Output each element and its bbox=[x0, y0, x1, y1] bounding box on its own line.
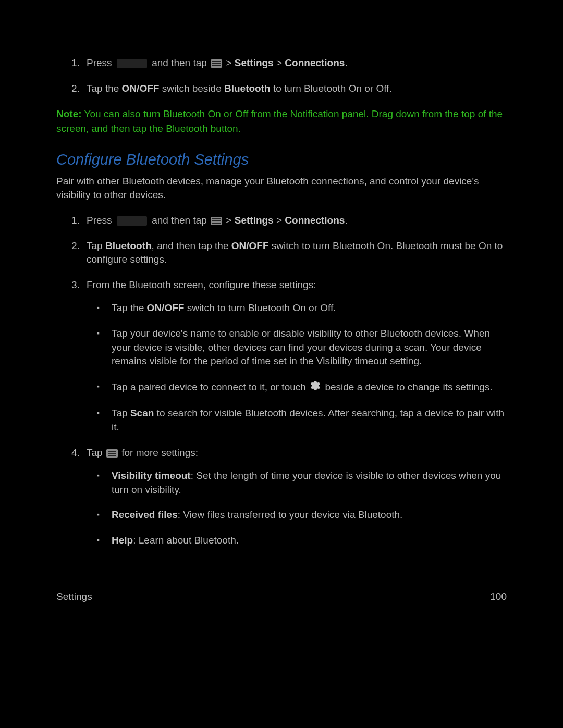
svg-rect-11 bbox=[108, 455, 116, 456]
gear-icon bbox=[310, 380, 321, 396]
text-pre: Tap bbox=[87, 447, 105, 458]
section-heading: Configure Bluetooth Settings bbox=[56, 149, 507, 170]
menu-icon bbox=[211, 217, 222, 225]
svg-rect-6 bbox=[212, 220, 221, 221]
text-post: to turn Bluetooth On or Off. bbox=[271, 83, 392, 94]
intro-paragraph: Pair with other Bluetooth devices, manag… bbox=[56, 175, 507, 202]
text-period: . bbox=[345, 57, 347, 68]
step-4: Tap for more settings: Visibility timeou… bbox=[82, 446, 507, 548]
main-ordered-list: Press and then tap > Settings > Connecti… bbox=[56, 214, 507, 548]
step-3-sub-3: Tap a paired device to connect to it, or… bbox=[106, 380, 507, 396]
text-period: . bbox=[345, 215, 347, 226]
page-content: Press and then tap > Settings > Connecti… bbox=[0, 0, 563, 548]
step-4-sub-3: Help: Learn about Bluetooth. bbox=[106, 534, 507, 548]
svg-rect-10 bbox=[108, 453, 116, 454]
text-pre: Tap the bbox=[87, 83, 122, 94]
home-button-icon bbox=[117, 216, 147, 226]
text-post: for more settings: bbox=[119, 447, 198, 458]
svg-rect-5 bbox=[212, 218, 221, 219]
svg-rect-7 bbox=[212, 223, 221, 224]
svg-rect-9 bbox=[108, 451, 116, 452]
step-3: From the Bluetooth screen, configure the… bbox=[82, 278, 507, 435]
step-4-sublist: Visibility timeout: Set the length of ti… bbox=[87, 469, 507, 547]
step-3-sub-4: Tap Scan to search for visible Bluetooth… bbox=[106, 406, 507, 434]
text-pre: Tap the bbox=[112, 302, 147, 313]
text-and-tap: and then tap bbox=[149, 57, 210, 68]
menu-icon bbox=[106, 449, 118, 458]
text-settings: Settings bbox=[235, 57, 274, 68]
svg-rect-1 bbox=[212, 61, 221, 62]
step-4-sub-1: Visibility timeout: Set the length of ti… bbox=[106, 469, 507, 497]
text-settings: Settings bbox=[235, 215, 274, 226]
text: : Learn about Bluetooth. bbox=[133, 535, 239, 546]
text-gt1: > bbox=[223, 57, 235, 68]
top-step-2: Tap the ON/OFF switch beside Bluetooth t… bbox=[82, 82, 507, 96]
text-gt2: > bbox=[274, 215, 285, 226]
note-text: You can also turn Bluetooth On or Off fr… bbox=[56, 108, 503, 134]
step-3-sublist: Tap the ON/OFF switch to turn Bluetooth … bbox=[87, 301, 507, 434]
note-label: Note: bbox=[56, 108, 82, 119]
text-connections: Connections bbox=[285, 215, 345, 226]
menu-icon bbox=[211, 59, 222, 68]
step-3-sub-2: Tap your device's name to enable or disa… bbox=[106, 327, 507, 368]
step-3-text: From the Bluetooth screen, configure the… bbox=[87, 279, 316, 290]
text-onoff: ON/OFF bbox=[231, 240, 269, 251]
svg-rect-2 bbox=[212, 63, 221, 64]
label: Received files bbox=[112, 509, 178, 520]
page-footer: Settings 100 bbox=[56, 590, 507, 604]
text-onoff: ON/OFF bbox=[147, 302, 185, 313]
text: : View files transferred to your device … bbox=[178, 509, 403, 520]
top-ordered-list: Press and then tap > Settings > Connecti… bbox=[56, 56, 507, 95]
home-button-icon bbox=[117, 59, 147, 68]
step-4-sub-2: Received files: View files transferred t… bbox=[106, 508, 507, 522]
note-paragraph: Note: You can also turn Bluetooth On or … bbox=[56, 107, 507, 135]
text-scan: Scan bbox=[130, 408, 154, 418]
text-pre: Tap a paired device to connect to it, or… bbox=[112, 381, 309, 392]
footer-section: Settings bbox=[56, 590, 92, 604]
text-post: to search for visible Bluetooth devices.… bbox=[112, 408, 504, 433]
text-mid: switch beside bbox=[159, 83, 224, 94]
svg-rect-3 bbox=[212, 65, 221, 66]
text-mid: , and then tap the bbox=[152, 240, 231, 251]
text-press: Press bbox=[87, 215, 115, 226]
text-gt2: > bbox=[274, 57, 285, 68]
text-pre: Tap bbox=[87, 240, 105, 251]
text-bluetooth: Bluetooth bbox=[105, 240, 152, 251]
footer-page-number: 100 bbox=[490, 590, 507, 604]
text-connections: Connections bbox=[285, 57, 345, 68]
label: Visibility timeout bbox=[112, 470, 191, 481]
step-2: Tap Bluetooth, and then tap the ON/OFF s… bbox=[82, 239, 507, 267]
step-3-sub-1: Tap the ON/OFF switch to turn Bluetooth … bbox=[106, 301, 507, 315]
text-gt1: > bbox=[223, 215, 235, 226]
text-and-tap: and then tap bbox=[149, 215, 210, 226]
text-press: Press bbox=[87, 57, 115, 68]
text-post: beside a device to change its settings. bbox=[322, 381, 492, 392]
step-1: Press and then tap > Settings > Connecti… bbox=[82, 214, 507, 228]
text-post: switch to turn Bluetooth On or Off. bbox=[184, 302, 336, 313]
text-bluetooth: Bluetooth bbox=[224, 83, 271, 94]
text-pre: Tap bbox=[112, 408, 130, 418]
top-step-1: Press and then tap > Settings > Connecti… bbox=[82, 56, 507, 70]
text-onoff: ON/OFF bbox=[122, 83, 160, 94]
label: Help bbox=[112, 535, 133, 546]
